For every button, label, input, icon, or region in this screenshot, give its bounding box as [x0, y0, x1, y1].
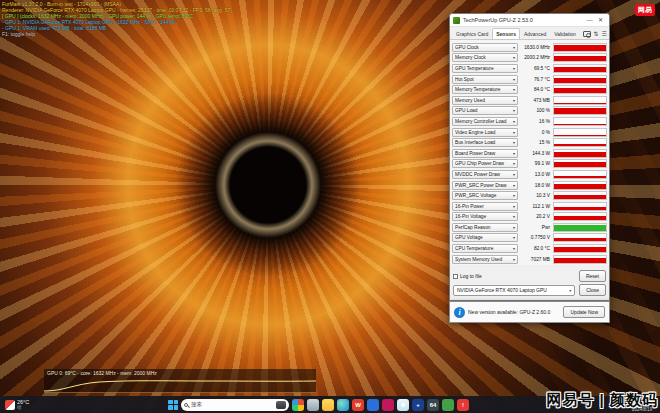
sensor-label-dropdown[interactable]: Memory Temperature▾ [452, 85, 518, 94]
sensor-label-dropdown[interactable]: Board Power Draw▾ [452, 149, 518, 158]
taskbar-icon-app-green[interactable] [442, 399, 454, 411]
taskbar-icon-widgets-pinwheel[interactable] [292, 399, 304, 411]
taskbar-icon-app-magenta[interactable] [382, 399, 394, 411]
sensor-graph [553, 149, 607, 158]
chevron-down-icon: ▾ [513, 45, 515, 50]
sensor-label: PWR_SRC Voltage [455, 193, 496, 198]
log-to-file-checkbox[interactable] [453, 274, 458, 279]
sensor-value: 76.7 °C [518, 77, 553, 82]
sensor-label-dropdown[interactable]: Memory Controller Load▾ [452, 117, 518, 126]
gpuz-titlebar[interactable]: TechPowerUp GPU-Z 2.53.0 — ✕ [450, 14, 609, 27]
chevron-down-icon: ▾ [513, 214, 515, 219]
sensor-value: 112.1 W [518, 204, 553, 209]
taskbar-icon-edge-browser[interactable] [337, 399, 349, 411]
chevron-down-icon: ▾ [513, 235, 515, 240]
gpu-select-dropdown[interactable]: NVIDIA GeForce RTX 4070 Laptop GPU ▾ [453, 285, 575, 296]
sensor-value: 10.3 V [518, 193, 553, 198]
taskbar-icon-app-blue[interactable] [367, 399, 379, 411]
taskbar-icon-file-explorer[interactable] [322, 399, 334, 411]
chevron-down-icon: ▾ [513, 161, 515, 166]
sensor-label-dropdown[interactable]: Memory Clock▾ [452, 53, 518, 62]
chevron-down-icon: ▾ [513, 140, 515, 145]
tab-sensors[interactable]: Sensors [492, 28, 520, 39]
sensor-graph [553, 128, 607, 137]
sensor-row: GPU Voltage▾0.7750 V [452, 233, 607, 244]
sensor-label-dropdown[interactable]: GPU Chip Power Draw▾ [452, 159, 518, 168]
sensor-label-dropdown[interactable]: System Memory Used▾ [452, 255, 518, 264]
sensor-graph [553, 244, 607, 253]
sensor-graph-fill [554, 238, 606, 242]
sensor-label-dropdown[interactable]: GPU Temperature▾ [452, 64, 518, 73]
sensor-graph [553, 212, 607, 221]
search-icon [184, 403, 188, 407]
sensor-label-dropdown[interactable]: Memory Used▾ [452, 96, 518, 105]
sensor-label-dropdown[interactable]: Video Engine Load▾ [452, 128, 518, 137]
sensor-value: 15 % [518, 140, 553, 145]
taskbar-icon-snowflake-app[interactable]: ❄ [397, 399, 409, 411]
sensor-row: Memory Temperature▾84.0 °C [452, 84, 607, 95]
sensor-label: System Memory Used [455, 257, 502, 262]
gpuz-tabs: Graphics CardSensorsAdvancedValidation ⇅… [450, 27, 609, 40]
minimize-button[interactable]: — [584, 15, 595, 26]
sensor-graph [553, 96, 607, 105]
sensor-row: GPU Load▾100 % [452, 106, 607, 117]
sensor-graph [553, 53, 607, 62]
tab-advanced[interactable]: Advanced [520, 28, 550, 39]
sensor-graph [553, 202, 607, 211]
sensor-graph-fill [554, 184, 606, 189]
refresh-arrows-icon[interactable]: ⇅ [594, 31, 599, 37]
search-box[interactable]: 搜索 [181, 399, 289, 411]
taskbar-icon-cpu-z[interactable]: 64 [427, 399, 439, 411]
sensor-label-dropdown[interactable]: MVDDC Power Draw▾ [452, 170, 518, 179]
sensor-label-dropdown[interactable]: 16-Pin Voltage▾ [452, 212, 518, 221]
start-button[interactable] [168, 400, 178, 410]
sensor-label: GPU Chip Power Draw [455, 161, 504, 166]
sensor-label-dropdown[interactable]: Hot Spot▾ [452, 75, 518, 84]
sensor-label: Memory Clock [455, 55, 486, 60]
sensor-value: 20.2 V [518, 214, 553, 219]
tab-graphics-card[interactable]: Graphics Card [452, 28, 492, 39]
sensor-graph [553, 191, 607, 200]
chevron-down-icon: ▾ [513, 108, 515, 113]
sensor-label-dropdown[interactable]: PWR_SRC Voltage▾ [452, 191, 518, 200]
taskbar-icon-security-alert[interactable]: ! [457, 399, 469, 411]
sensor-row: CPU Temperature▾82.0 °C [452, 243, 607, 254]
taskbar-icon-app-navy-plus[interactable]: + [412, 399, 424, 411]
update-notification-bar: i New version available: GPU-Z 2.60.0 Up… [449, 301, 610, 323]
sensor-label: PWR_SRC Power Draw [455, 183, 506, 188]
sensor-value: 99.1 W [518, 161, 553, 166]
sensor-label-dropdown[interactable]: PerfCap Reason▾ [452, 223, 518, 232]
sensor-value: 144.3 W [518, 151, 553, 156]
chevron-down-icon: ▾ [513, 172, 515, 177]
sensor-label-dropdown[interactable]: CPU Temperature▾ [452, 244, 518, 253]
tab-validation[interactable]: Validation [550, 28, 580, 39]
sensor-label-dropdown[interactable]: GPU Voltage▾ [452, 233, 518, 242]
menu-hamburger-icon[interactable]: ☰ [602, 31, 607, 37]
sensor-label-dropdown[interactable]: GPU Load▾ [452, 106, 518, 115]
close-button[interactable]: ✕ [595, 15, 606, 26]
sensor-row: System Memory Used▾7027 MB [452, 254, 607, 265]
update-now-button[interactable]: Update Now [563, 306, 605, 318]
sensor-graph-fill [554, 45, 606, 50]
screenshot-camera-icon[interactable] [583, 31, 591, 37]
sensor-graph [553, 75, 607, 84]
chevron-down-icon: ▾ [513, 246, 515, 251]
reset-button[interactable]: Reset [579, 270, 606, 282]
taskbar-icon-task-view[interactable] [307, 399, 319, 411]
sensor-label-dropdown[interactable]: 16-Pin Power▾ [452, 202, 518, 211]
sensor-graph-fill [554, 176, 606, 178]
watermark: 网易号 | 颜数码 [546, 391, 658, 410]
weather-widget[interactable]: 26°C 晴 [5, 399, 29, 410]
visual-search-camera-icon[interactable] [276, 401, 286, 409]
taskbar-icon-wps-office[interactable]: W [352, 399, 364, 411]
sensor-label-dropdown[interactable]: Bus Interface Load▾ [452, 138, 518, 147]
sensor-label-dropdown[interactable]: PWR_SRC Power Draw▾ [452, 181, 518, 190]
sensor-graph-fill [554, 144, 606, 146]
close-window-button[interactable]: Close [579, 284, 606, 296]
sensor-row: Bus Interface Load▾15 % [452, 137, 607, 148]
sensor-value: 18.0 W [518, 183, 553, 188]
sensor-label-dropdown[interactable]: GPU Clock▾ [452, 43, 518, 52]
sensor-graph-fill [554, 195, 606, 199]
chevron-down-icon: ▾ [513, 193, 515, 198]
sensor-row: GPU Clock▾1630.0 MHz [452, 42, 607, 53]
